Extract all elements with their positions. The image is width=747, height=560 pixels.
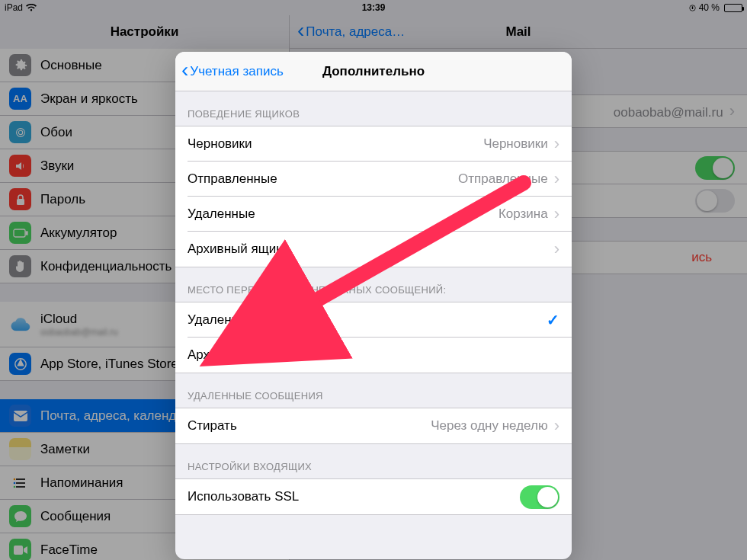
row-value: Корзина: [499, 206, 548, 222]
option-archive[interactable]: Архивный ящик: [175, 338, 572, 373]
row-value: Черновики: [483, 136, 548, 152]
row-label: Черновики: [188, 136, 252, 152]
chevron-right-icon: ›: [554, 134, 559, 154]
advanced-sheet: ‹Учетная запись Дополнительно ПОВЕДЕНИЕ …: [175, 52, 572, 559]
row-archive[interactable]: Архивный ящик›: [175, 232, 572, 267]
chevron-right-icon: ›: [554, 204, 559, 224]
option-deleted[interactable]: Удаленные✓: [175, 302, 572, 338]
row-deleted[interactable]: УдаленныеКорзина›: [175, 197, 572, 232]
ssl-toggle[interactable]: [520, 485, 559, 509]
row-use-ssl: Использовать SSL: [175, 479, 572, 514]
chevron-right-icon: ›: [554, 239, 559, 259]
row-label: Удаленные: [188, 206, 255, 222]
back-label: Учетная запись: [190, 64, 283, 79]
row-label: Архивный ящик: [188, 242, 282, 257]
chevron-left-icon: ‹: [181, 59, 188, 81]
chevron-right-icon: ›: [554, 169, 559, 189]
row-label: Удаленные: [188, 312, 255, 328]
section-mailbox-behavior: ПОВЕДЕНИЕ ЯЩИКОВ: [175, 91, 572, 126]
row-label: Архивный ящик: [188, 347, 282, 363]
section-incoming: НАСТРОЙКИ ВХОДЯЩИХ: [175, 444, 572, 478]
row-drafts[interactable]: ЧерновикиЧерновики›: [175, 126, 572, 162]
checkmark-icon: ✓: [547, 311, 559, 329]
section-deleted-messages: УДАЛЕННЫЕ СООБЩЕНИЯ: [175, 373, 572, 408]
section-discard-location: МЕСТО ПЕРЕМЕЩЕНИЯ НЕНУЖНЫХ СООБЩЕНИЙ:: [175, 267, 572, 302]
row-remove[interactable]: СтиратьЧерез одну неделю›: [175, 408, 572, 443]
row-label: Стирать: [188, 418, 237, 434]
chevron-right-icon: ›: [554, 416, 559, 436]
row-sent[interactable]: ОтправленныеОтправленные›: [175, 162, 572, 197]
row-value: Через одну неделю: [431, 418, 547, 434]
row-label: Использовать SSL: [188, 489, 299, 504]
row-value: Отправленные: [458, 171, 548, 187]
sheet-title: Дополнительно: [322, 64, 425, 79]
row-label: Отправленные: [188, 171, 277, 187]
sheet-back-button[interactable]: ‹Учетная запись: [181, 62, 284, 81]
